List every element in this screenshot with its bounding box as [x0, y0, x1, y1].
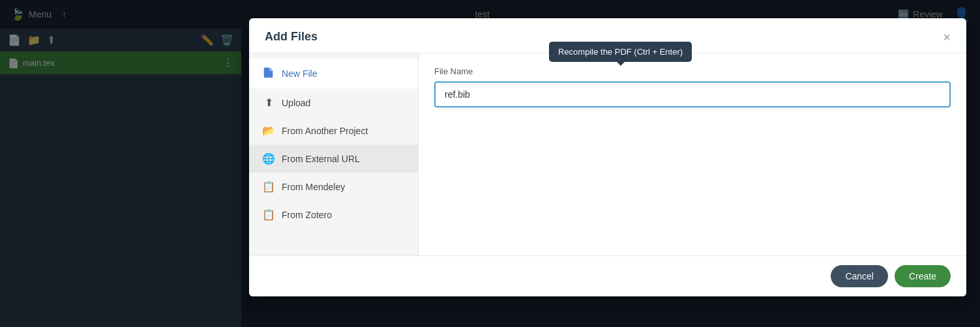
- modal-close-button[interactable]: ×: [943, 31, 951, 44]
- recompile-tooltip: Recompile the PDF (Ctrl + Enter): [549, 42, 692, 62]
- nav-item-from-external-url[interactable]: 🌐 From External URL: [249, 145, 418, 173]
- file-name-field-label: File Name: [434, 66, 951, 76]
- from-another-project-nav-icon: 📂: [262, 124, 275, 137]
- add-files-modal: Add Files × New File ⬆ Upload: [249, 18, 966, 296]
- nav-item-from-another-project-label: From Another Project: [282, 126, 368, 136]
- modal-body: New File ⬆ Upload 📂 From Another Project…: [249, 53, 966, 255]
- nav-item-from-external-url-label: From External URL: [282, 154, 360, 164]
- modal-nav: New File ⬆ Upload 📂 From Another Project…: [249, 53, 419, 255]
- nav-item-from-zotero-label: From Zotero: [282, 210, 332, 220]
- modal-footer: Cancel Create: [249, 255, 966, 296]
- nav-item-new-file-label: New File: [282, 68, 317, 79]
- from-zotero-nav-icon: 📋: [262, 208, 275, 221]
- modal-title: Add Files: [265, 30, 318, 44]
- from-external-url-nav-icon: 🌐: [262, 152, 275, 165]
- cancel-button[interactable]: Cancel: [831, 265, 888, 287]
- from-mendeley-nav-icon: 📋: [262, 180, 275, 193]
- nav-item-from-mendeley-label: From Mendeley: [282, 182, 345, 192]
- nav-item-from-another-project[interactable]: 📂 From Another Project: [249, 117, 418, 145]
- new-file-nav-icon: [262, 66, 275, 81]
- nav-item-upload[interactable]: ⬆ Upload: [249, 89, 418, 117]
- file-name-input[interactable]: [434, 81, 951, 107]
- nav-item-from-zotero[interactable]: 📋 From Zotero: [249, 201, 418, 229]
- nav-item-upload-label: Upload: [282, 98, 310, 108]
- nav-item-from-mendeley[interactable]: 📋 From Mendeley: [249, 173, 418, 201]
- nav-item-new-file[interactable]: New File: [249, 59, 418, 89]
- modal-content: Recompile the PDF (Ctrl + Enter) File Na…: [419, 53, 966, 255]
- create-button[interactable]: Create: [895, 265, 951, 287]
- main-area: 📄 📁 ⬆ ✏️ 🗑️ 📄 main.tex ⋮ Add Files ×: [0, 29, 980, 327]
- upload-nav-icon: ⬆: [262, 96, 275, 109]
